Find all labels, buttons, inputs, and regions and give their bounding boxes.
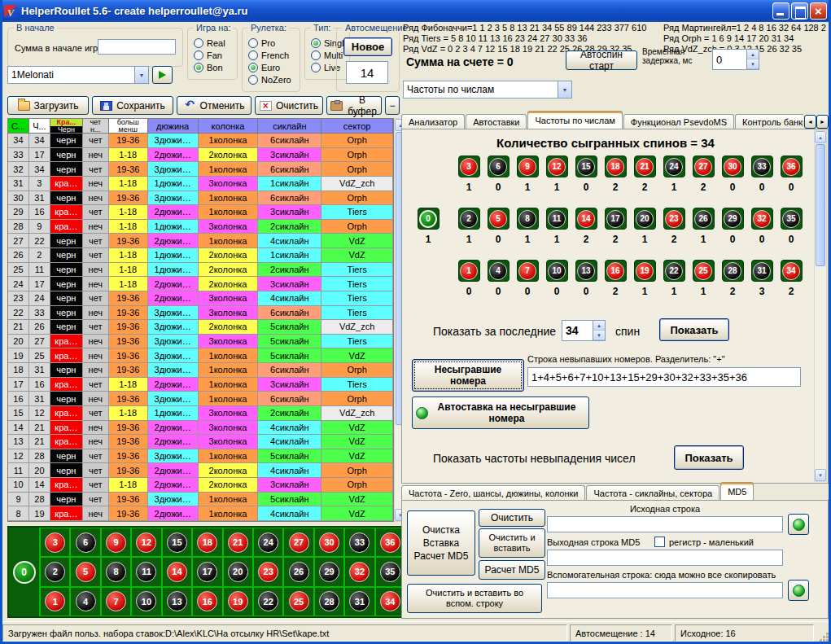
- radio-euro[interactable]: Euro: [248, 61, 291, 73]
- freq-cell[interactable]: 150: [571, 156, 601, 193]
- freq-cell[interactable]: 111: [542, 208, 571, 245]
- freq-cell[interactable]: 121: [542, 156, 571, 193]
- board-number-cell[interactable]: 2: [40, 557, 70, 586]
- table-row[interactable]: 2417черннеч1-182дюжи…2колонка3сиклайнTie…: [8, 277, 393, 291]
- board-number-cell[interactable]: 12: [131, 528, 161, 557]
- missed-numbers-button[interactable]: Несыгравшие номера: [412, 359, 524, 392]
- radio-pro[interactable]: Pro: [248, 37, 291, 49]
- freq-cell[interactable]: 232: [659, 208, 689, 245]
- table-row[interactable]: 2511черннеч1-181дюжи…2колонка2сиклайнTie…: [8, 263, 393, 278]
- radio-nozero[interactable]: NoZero: [248, 73, 291, 85]
- source-led-button[interactable]: [788, 514, 809, 535]
- table-row[interactable]: 1831черннеч19-363дюжи…1колонка6сиклайнOr…: [8, 363, 393, 378]
- freq-cell[interactable]: 212: [630, 156, 659, 193]
- table-row[interactable]: 3031черннеч19-363дюжи…1колонка6сиклайнOr…: [8, 191, 393, 206]
- freq-cell[interactable]: 201: [630, 208, 659, 245]
- board-number-cell[interactable]: 9: [101, 528, 131, 557]
- mode-select[interactable]: Частоты по числам ▼: [403, 81, 572, 99]
- toolbar-button-4[interactable]: Очистить: [255, 96, 323, 115]
- spin-down-icon[interactable]: ▼: [593, 331, 605, 340]
- board-number-cell[interactable]: 6: [70, 528, 100, 557]
- freq-cell[interactable]: 330: [747, 156, 776, 193]
- toolbar-button-3[interactable]: Отменить: [177, 96, 251, 115]
- scrollbar-thumb[interactable]: [816, 144, 825, 266]
- board-number-cell[interactable]: 14: [162, 557, 192, 586]
- freq-cell[interactable]: 313: [747, 260, 776, 297]
- board-number-cell[interactable]: 15: [162, 528, 192, 557]
- freq-cell[interactable]: 21: [454, 208, 483, 245]
- table-row[interactable]: 2027кра…неч19-363дюжи…3колонка5сиклайнTi…: [8, 335, 393, 349]
- md5-ops-button[interactable]: Очистка Вставка Расчет MD5: [407, 510, 475, 576]
- clear-paste-button[interactable]: Очистить и вставить: [479, 528, 545, 558]
- board-number-cell[interactable]: 16: [192, 587, 222, 616]
- table-row[interactable]: 2233черннеч19-363дюжи…3колонка6сиклайнTi…: [8, 306, 393, 321]
- table-row[interactable]: 2126чернчет19-363дюжи…2колонка5сиклайнVd…: [8, 320, 393, 335]
- table-row[interactable]: 313кра…неч1-181дюжи…3колонка1сиклайнVdZ_…: [8, 177, 393, 191]
- board-number-cell[interactable]: 7: [101, 587, 131, 616]
- tab-md5[interactable]: MD5: [720, 482, 754, 501]
- freq-cell[interactable]: 241: [659, 156, 689, 193]
- radio-fan[interactable]: Fan: [194, 49, 225, 61]
- table-row[interactable]: 819кра…неч19-362дюжи…1колонка4сиклайнVdZ: [8, 506, 393, 521]
- lowercase-checkbox[interactable]: [654, 537, 665, 547]
- board-number-cell[interactable]: 5: [70, 557, 100, 586]
- tab-частота-сиклайны-сектора[interactable]: Частота - сиклайны, сектора: [586, 485, 719, 501]
- freq-cell[interactable]: 91: [513, 156, 542, 193]
- board-number-cell[interactable]: 1: [40, 587, 70, 616]
- table-row[interactable]: 289кра…неч1-181дюжи…3колонка2сиклайнOrph: [8, 220, 393, 234]
- table-row[interactable]: 1120чернчет19-362дюжи…2колонка4сиклайнOr…: [8, 463, 393, 478]
- board-number-cell[interactable]: 24: [253, 528, 283, 557]
- board-number-cell[interactable]: 27: [283, 528, 313, 557]
- tab-частоты-по-числам[interactable]: Частоты по числам: [527, 111, 622, 129]
- freq-cell[interactable]: 300: [718, 156, 747, 193]
- board-number-cell[interactable]: 11: [131, 557, 161, 586]
- board-number-cell[interactable]: 17: [192, 557, 222, 586]
- frequencies-panel-scrollbar[interactable]: ▲ ▼: [814, 130, 827, 482]
- board-number-cell[interactable]: 8: [101, 557, 131, 586]
- table-row[interactable]: 1321кра…неч19-362дюжи…3колонка4сиклайнVd…: [8, 435, 393, 449]
- maximize-button[interactable]: [791, 2, 808, 20]
- freq-cell[interactable]: 272: [689, 156, 718, 193]
- table-row[interactable]: 1925кра…неч19-363дюжи…1колонка5сиклайнVd…: [8, 348, 393, 363]
- freq-cell[interactable]: 251: [689, 260, 718, 297]
- table-row[interactable]: 262чернчет1-181дюжи…2колонка1сиклайнVdZ: [8, 248, 393, 263]
- board-number-cell[interactable]: 29: [314, 557, 344, 586]
- freq-cell[interactable]: 10: [454, 260, 483, 297]
- freq-cell[interactable]: 70: [513, 260, 542, 297]
- spin-down-icon[interactable]: ▼: [747, 59, 759, 69]
- board-number-cell[interactable]: 31: [344, 587, 374, 616]
- freq-cell[interactable]: 172: [601, 208, 630, 245]
- titlebar[interactable]: HelperRoullet 5.6- create helperroullet@…: [0, 0, 831, 22]
- close-button[interactable]: [810, 2, 827, 20]
- tab-анализатор[interactable]: Анализатор: [401, 114, 465, 129]
- delay-spinner[interactable]: 0 ▲▼: [712, 49, 759, 70]
- freq-cell[interactable]: 182: [601, 156, 630, 193]
- chevron-down-icon[interactable]: ▼: [558, 81, 571, 98]
- preset-select[interactable]: 1Melonati ▼: [7, 66, 149, 84]
- table-row[interactable]: 1512кра…чет1-181дюжи…3колонка2сиклайнVdZ…: [8, 406, 393, 421]
- freq-cell[interactable]: 191: [630, 260, 659, 297]
- board-number-cell[interactable]: 32: [344, 557, 374, 586]
- play-button[interactable]: [152, 66, 173, 84]
- table-row[interactable]: 3434чернчет19-363дюжи…1колонка6сиклайнOr…: [8, 134, 393, 148]
- spin-up-icon[interactable]: ▲: [747, 50, 759, 59]
- clear-aux-button[interactable]: Очистить и вставить во вспом. строку: [407, 584, 542, 613]
- freq-cell[interactable]: 342: [776, 260, 806, 297]
- freq-cell[interactable]: 261: [689, 208, 718, 245]
- minimize-button[interactable]: [772, 2, 789, 20]
- autospin-start-button[interactable]: Автоспин старт: [566, 50, 637, 70]
- chevron-down-icon[interactable]: ▼: [134, 67, 148, 83]
- freq-cell[interactable]: 130: [571, 260, 601, 297]
- tab-частота-zero-шансы-дюжины-колонки[interactable]: Частота - Zero, шансы, дюжины, колонки: [401, 485, 585, 501]
- freq-cell[interactable]: 50: [483, 208, 513, 245]
- tab-scroll-right-button[interactable]: ►: [816, 115, 829, 129]
- board-number-cell[interactable]: 19: [223, 587, 253, 616]
- board-number-cell[interactable]: 23: [253, 557, 283, 586]
- board-number-cell[interactable]: 22: [253, 587, 283, 616]
- tab-автоставки[interactable]: Автоставки: [466, 114, 527, 129]
- freq-cell[interactable]: 221: [659, 260, 689, 297]
- freq-cell[interactable]: 290: [718, 208, 747, 245]
- table-row[interactable]: 2722чернчет19-362дюжи…1колонка4сиклайнVd…: [8, 234, 393, 248]
- scroll-up-icon[interactable]: ▲: [815, 131, 826, 143]
- freq-cell[interactable]: 60: [483, 156, 513, 193]
